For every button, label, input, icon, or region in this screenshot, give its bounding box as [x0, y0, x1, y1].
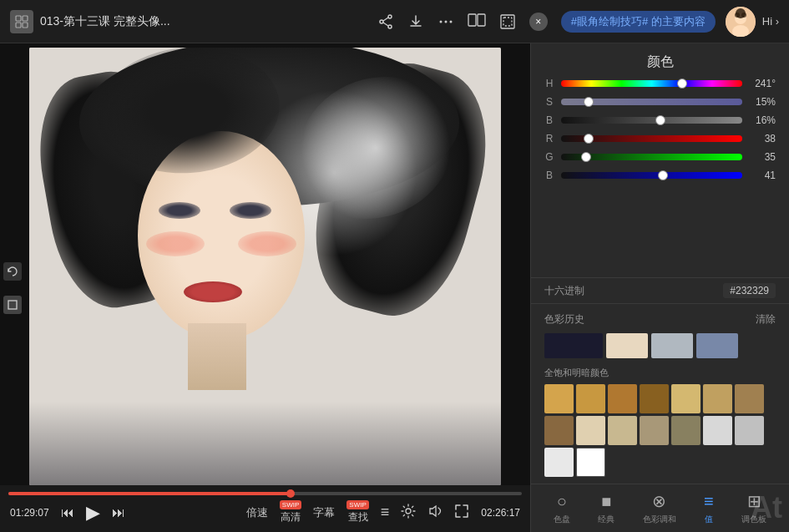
svg-line-7: [383, 18, 388, 21]
brightness-swatches: [531, 381, 789, 484]
top-bar: 013-第十三课 完整头像...: [0, 0, 789, 43]
svg-rect-15: [503, 18, 512, 26]
clear-button[interactable]: 清除: [756, 312, 776, 327]
volume-icon[interactable]: [427, 504, 443, 522]
color-history-swatches: [531, 330, 789, 365]
b-swatch-13[interactable]: [703, 416, 732, 445]
s-slider[interactable]: [561, 99, 742, 105]
b2-slider[interactable]: [561, 172, 742, 179]
top-bar-left: 013-第十三课 完整头像...: [10, 10, 367, 33]
svg-rect-12: [468, 14, 476, 26]
hex-value[interactable]: #232329: [723, 283, 776, 298]
svg-point-23: [406, 509, 411, 514]
avatar: [726, 7, 756, 37]
b-swatch-7[interactable]: [735, 384, 764, 413]
value-icon: ≡: [704, 492, 714, 511]
progress-thumb: [286, 489, 295, 498]
tool-rect[interactable]: [3, 296, 22, 314]
h-slider[interactable]: [561, 80, 742, 87]
download-icon[interactable]: [407, 13, 424, 30]
multiscreen-icon[interactable]: [468, 13, 486, 30]
total-time: 02:26:17: [481, 507, 520, 519]
panel-title: 颜色: [531, 43, 789, 78]
b-swatch-4[interactable]: [640, 384, 669, 413]
b-swatch-8[interactable]: [544, 416, 574, 445]
svg-point-20: [735, 13, 740, 18]
b-swatch-6[interactable]: [703, 384, 732, 413]
color-wheel-tab[interactable]: ○ 色盘: [554, 492, 570, 525]
share-icon[interactable]: [377, 13, 394, 30]
speed-label: 倍速: [246, 505, 268, 520]
b-swatch-11[interactable]: [640, 416, 669, 445]
b-swatch-10[interactable]: [608, 416, 637, 445]
svg-point-5: [380, 20, 383, 23]
left-toolbar: [0, 254, 25, 322]
video-canvas: [29, 48, 501, 485]
b-swatch-14[interactable]: [735, 416, 764, 445]
main-area: 01:29:07 ⏮ ▶ ⏭ 倍速 SWIP 高清 字幕: [0, 43, 789, 532]
g-label: G: [544, 151, 554, 163]
b-swatch-9[interactable]: [576, 416, 605, 445]
history-swatch-1[interactable]: [544, 333, 603, 358]
next-button[interactable]: ⏭: [112, 505, 125, 520]
s-slider-row: S 15%: [544, 96, 776, 108]
g-slider-row: G 35: [544, 151, 776, 163]
crop-icon[interactable]: [499, 13, 516, 30]
b-value: 16%: [749, 114, 776, 126]
quality-button[interactable]: SWIP 高清: [280, 500, 301, 524]
svg-point-21: [741, 13, 746, 18]
harmony-icon: ⊗: [652, 491, 666, 511]
play-button[interactable]: ▶: [86, 502, 100, 524]
settings-icon[interactable]: [401, 504, 416, 522]
b-swatch-2[interactable]: [576, 384, 605, 413]
tag-label: #眼角绘制技巧# 的主要内容: [561, 11, 716, 33]
svg-rect-1: [23, 16, 28, 21]
hex-row: 十六进制 #232329: [531, 277, 789, 304]
g-slider[interactable]: [561, 154, 742, 160]
top-bar-right: Hi ›: [726, 7, 779, 37]
subtitle-button[interactable]: 字幕: [313, 505, 335, 520]
more-icon[interactable]: [437, 13, 454, 30]
history-swatch-3[interactable]: [651, 333, 693, 358]
svg-point-11: [449, 20, 452, 23]
svg-point-6: [388, 25, 392, 28]
b-swatch-12[interactable]: [671, 416, 700, 445]
hi-button[interactable]: Hi ›: [762, 15, 779, 28]
svg-rect-22: [8, 301, 17, 309]
history-swatch-4[interactable]: [696, 333, 738, 358]
b-swatch-5[interactable]: [671, 384, 700, 413]
video-area: 01:29:07 ⏮ ▶ ⏭ 倍速 SWIP 高清 字幕: [0, 43, 530, 532]
at-overlay: At: [744, 484, 789, 532]
r-slider-row: R 38: [544, 133, 776, 144]
b-swatch-3[interactable]: [608, 384, 637, 413]
swip-badge: SWIP: [280, 500, 301, 509]
prev-button[interactable]: ⏮: [61, 505, 74, 520]
b2-label: B: [544, 170, 554, 181]
progress-bar[interactable]: [8, 492, 522, 495]
harmony-tab[interactable]: ⊗ 色彩调和: [643, 491, 676, 525]
b-swatch-16[interactable]: [576, 448, 605, 477]
search-label: 查找: [348, 510, 368, 524]
value-tab[interactable]: ≡ 值: [704, 492, 714, 525]
right-panel: AI AI查 课件 ‹ 展开 颜色: [530, 43, 789, 532]
b-swatch-1[interactable]: [544, 384, 574, 413]
h-label: H: [544, 78, 554, 89]
current-time: 01:29:07: [10, 507, 49, 519]
search-button[interactable]: SWIP 查找: [346, 500, 368, 524]
svg-point-10: [444, 20, 447, 23]
r-slider[interactable]: [561, 135, 742, 142]
history-swatch-2[interactable]: [606, 333, 648, 358]
classic-tab[interactable]: ■ 经典: [598, 492, 615, 525]
list-icon[interactable]: ≡: [381, 504, 390, 521]
svg-rect-0: [16, 16, 21, 21]
tool-undo[interactable]: [3, 262, 22, 281]
fullscreen-icon[interactable]: [454, 504, 469, 522]
history-row: 色彩历史 清除: [531, 309, 789, 330]
value-label: 值: [705, 514, 713, 525]
speed-button[interactable]: 倍速: [246, 505, 268, 520]
b-slider[interactable]: [561, 117, 742, 124]
gallery-icon[interactable]: [10, 10, 33, 33]
close-button[interactable]: ×: [529, 13, 548, 31]
b-swatch-15[interactable]: [544, 448, 574, 477]
harmony-label: 色彩调和: [643, 514, 676, 525]
